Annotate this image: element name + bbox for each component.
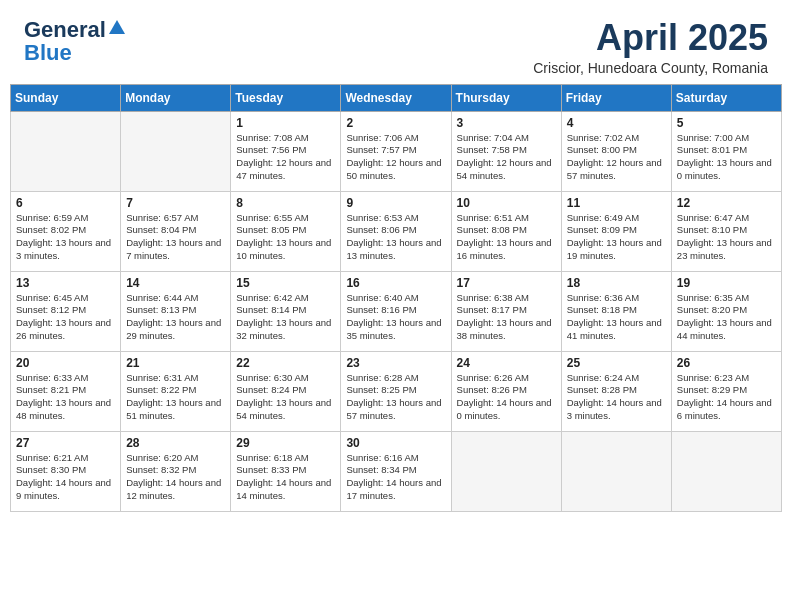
cell-sun-info: Sunrise: 6:16 AM Sunset: 8:34 PM Dayligh… <box>346 452 445 503</box>
calendar-cell: 19Sunrise: 6:35 AM Sunset: 8:20 PM Dayli… <box>671 271 781 351</box>
main-title: April 2025 <box>533 18 768 58</box>
calendar-cell: 23Sunrise: 6:28 AM Sunset: 8:25 PM Dayli… <box>341 351 451 431</box>
calendar-cell: 25Sunrise: 6:24 AM Sunset: 8:28 PM Dayli… <box>561 351 671 431</box>
cell-sun-info: Sunrise: 6:18 AM Sunset: 8:33 PM Dayligh… <box>236 452 335 503</box>
cell-sun-info: Sunrise: 6:24 AM Sunset: 8:28 PM Dayligh… <box>567 372 666 423</box>
calendar-cell: 30Sunrise: 6:16 AM Sunset: 8:34 PM Dayli… <box>341 431 451 511</box>
calendar-cell: 16Sunrise: 6:40 AM Sunset: 8:16 PM Dayli… <box>341 271 451 351</box>
day-header-sunday: Sunday <box>11 84 121 111</box>
cell-sun-info: Sunrise: 6:28 AM Sunset: 8:25 PM Dayligh… <box>346 372 445 423</box>
calendar-cell: 4Sunrise: 7:02 AM Sunset: 8:00 PM Daylig… <box>561 111 671 191</box>
calendar-cell: 18Sunrise: 6:36 AM Sunset: 8:18 PM Dayli… <box>561 271 671 351</box>
day-header-monday: Monday <box>121 84 231 111</box>
calendar-cell: 28Sunrise: 6:20 AM Sunset: 8:32 PM Dayli… <box>121 431 231 511</box>
cell-sun-info: Sunrise: 7:02 AM Sunset: 8:00 PM Dayligh… <box>567 132 666 183</box>
day-number: 6 <box>16 196 115 210</box>
day-number: 22 <box>236 356 335 370</box>
day-number: 17 <box>457 276 556 290</box>
day-number: 24 <box>457 356 556 370</box>
calendar-cell: 22Sunrise: 6:30 AM Sunset: 8:24 PM Dayli… <box>231 351 341 431</box>
calendar-cell: 27Sunrise: 6:21 AM Sunset: 8:30 PM Dayli… <box>11 431 121 511</box>
cell-sun-info: Sunrise: 6:51 AM Sunset: 8:08 PM Dayligh… <box>457 212 556 263</box>
day-number: 19 <box>677 276 776 290</box>
day-header-thursday: Thursday <box>451 84 561 111</box>
cell-sun-info: Sunrise: 6:33 AM Sunset: 8:21 PM Dayligh… <box>16 372 115 423</box>
calendar-cell <box>561 431 671 511</box>
day-number: 13 <box>16 276 115 290</box>
day-number: 5 <box>677 116 776 130</box>
cell-sun-info: Sunrise: 7:06 AM Sunset: 7:57 PM Dayligh… <box>346 132 445 183</box>
day-number: 9 <box>346 196 445 210</box>
calendar-cell: 2Sunrise: 7:06 AM Sunset: 7:57 PM Daylig… <box>341 111 451 191</box>
calendar-cell: 10Sunrise: 6:51 AM Sunset: 8:08 PM Dayli… <box>451 191 561 271</box>
calendar-cell: 9Sunrise: 6:53 AM Sunset: 8:06 PM Daylig… <box>341 191 451 271</box>
day-number: 16 <box>346 276 445 290</box>
calendar-cell: 15Sunrise: 6:42 AM Sunset: 8:14 PM Dayli… <box>231 271 341 351</box>
calendar-cell: 8Sunrise: 6:55 AM Sunset: 8:05 PM Daylig… <box>231 191 341 271</box>
logo-icon <box>107 18 127 42</box>
cell-sun-info: Sunrise: 6:45 AM Sunset: 8:12 PM Dayligh… <box>16 292 115 343</box>
title-block: April 2025 Criscior, Hunedoara County, R… <box>533 18 768 76</box>
day-number: 30 <box>346 436 445 450</box>
day-number: 27 <box>16 436 115 450</box>
calendar-cell: 7Sunrise: 6:57 AM Sunset: 8:04 PM Daylig… <box>121 191 231 271</box>
calendar-table: SundayMondayTuesdayWednesdayThursdayFrid… <box>10 84 782 512</box>
cell-sun-info: Sunrise: 6:35 AM Sunset: 8:20 PM Dayligh… <box>677 292 776 343</box>
cell-sun-info: Sunrise: 6:36 AM Sunset: 8:18 PM Dayligh… <box>567 292 666 343</box>
day-number: 15 <box>236 276 335 290</box>
cell-sun-info: Sunrise: 7:00 AM Sunset: 8:01 PM Dayligh… <box>677 132 776 183</box>
logo-blue-text: Blue <box>24 40 72 65</box>
day-number: 1 <box>236 116 335 130</box>
day-number: 3 <box>457 116 556 130</box>
week-row-1: 1Sunrise: 7:08 AM Sunset: 7:56 PM Daylig… <box>11 111 782 191</box>
day-number: 29 <box>236 436 335 450</box>
day-number: 7 <box>126 196 225 210</box>
calendar-cell: 13Sunrise: 6:45 AM Sunset: 8:12 PM Dayli… <box>11 271 121 351</box>
logo: General Blue <box>24 18 127 66</box>
calendar-cell: 5Sunrise: 7:00 AM Sunset: 8:01 PM Daylig… <box>671 111 781 191</box>
cell-sun-info: Sunrise: 6:40 AM Sunset: 8:16 PM Dayligh… <box>346 292 445 343</box>
day-number: 20 <box>16 356 115 370</box>
svg-marker-0 <box>109 20 125 34</box>
calendar-cell <box>671 431 781 511</box>
day-header-tuesday: Tuesday <box>231 84 341 111</box>
week-row-2: 6Sunrise: 6:59 AM Sunset: 8:02 PM Daylig… <box>11 191 782 271</box>
day-number: 23 <box>346 356 445 370</box>
day-number: 2 <box>346 116 445 130</box>
cell-sun-info: Sunrise: 6:53 AM Sunset: 8:06 PM Dayligh… <box>346 212 445 263</box>
cell-sun-info: Sunrise: 6:55 AM Sunset: 8:05 PM Dayligh… <box>236 212 335 263</box>
day-number: 21 <box>126 356 225 370</box>
calendar-cell: 21Sunrise: 6:31 AM Sunset: 8:22 PM Dayli… <box>121 351 231 431</box>
calendar-cell: 24Sunrise: 6:26 AM Sunset: 8:26 PM Dayli… <box>451 351 561 431</box>
cell-sun-info: Sunrise: 6:31 AM Sunset: 8:22 PM Dayligh… <box>126 372 225 423</box>
day-number: 8 <box>236 196 335 210</box>
cell-sun-info: Sunrise: 6:23 AM Sunset: 8:29 PM Dayligh… <box>677 372 776 423</box>
calendar-cell: 20Sunrise: 6:33 AM Sunset: 8:21 PM Dayli… <box>11 351 121 431</box>
week-row-3: 13Sunrise: 6:45 AM Sunset: 8:12 PM Dayli… <box>11 271 782 351</box>
calendar-cell: 6Sunrise: 6:59 AM Sunset: 8:02 PM Daylig… <box>11 191 121 271</box>
week-row-4: 20Sunrise: 6:33 AM Sunset: 8:21 PM Dayli… <box>11 351 782 431</box>
day-number: 10 <box>457 196 556 210</box>
cell-sun-info: Sunrise: 6:59 AM Sunset: 8:02 PM Dayligh… <box>16 212 115 263</box>
subtitle: Criscior, Hunedoara County, Romania <box>533 60 768 76</box>
day-number: 12 <box>677 196 776 210</box>
day-number: 11 <box>567 196 666 210</box>
cell-sun-info: Sunrise: 6:57 AM Sunset: 8:04 PM Dayligh… <box>126 212 225 263</box>
calendar-cell: 12Sunrise: 6:47 AM Sunset: 8:10 PM Dayli… <box>671 191 781 271</box>
page-header: General Blue April 2025 Criscior, Hunedo… <box>0 0 792 84</box>
calendar-cell <box>11 111 121 191</box>
cell-sun-info: Sunrise: 6:30 AM Sunset: 8:24 PM Dayligh… <box>236 372 335 423</box>
cell-sun-info: Sunrise: 7:04 AM Sunset: 7:58 PM Dayligh… <box>457 132 556 183</box>
calendar-cell: 14Sunrise: 6:44 AM Sunset: 8:13 PM Dayli… <box>121 271 231 351</box>
logo-general-text: General <box>24 19 106 41</box>
calendar-cell: 26Sunrise: 6:23 AM Sunset: 8:29 PM Dayli… <box>671 351 781 431</box>
calendar-cell: 1Sunrise: 7:08 AM Sunset: 7:56 PM Daylig… <box>231 111 341 191</box>
day-number: 18 <box>567 276 666 290</box>
cell-sun-info: Sunrise: 6:44 AM Sunset: 8:13 PM Dayligh… <box>126 292 225 343</box>
day-number: 28 <box>126 436 225 450</box>
week-row-5: 27Sunrise: 6:21 AM Sunset: 8:30 PM Dayli… <box>11 431 782 511</box>
cell-sun-info: Sunrise: 6:38 AM Sunset: 8:17 PM Dayligh… <box>457 292 556 343</box>
day-number: 14 <box>126 276 225 290</box>
cell-sun-info: Sunrise: 6:26 AM Sunset: 8:26 PM Dayligh… <box>457 372 556 423</box>
day-number: 26 <box>677 356 776 370</box>
